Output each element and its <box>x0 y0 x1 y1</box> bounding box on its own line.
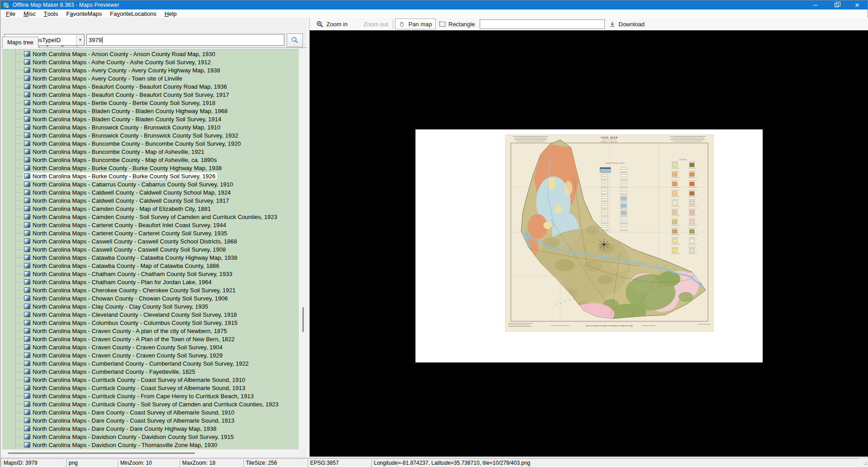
tree-item[interactable]: North Carolina Maps - Avery County - Tow… <box>2 74 299 82</box>
tree-item[interactable]: North Carolina Maps - Buncombe County - … <box>2 156 299 164</box>
tree-item[interactable]: North Carolina Maps - Buncombe County - … <box>2 139 299 148</box>
tree-item[interactable]: North Carolina Maps - Catawba County - M… <box>2 262 299 270</box>
map-thumbnail-icon <box>24 410 30 415</box>
tree-item[interactable]: North Carolina Maps - Davidson County - … <box>2 441 299 449</box>
tree-item[interactable]: North Carolina Maps - Catawba County - C… <box>2 253 299 262</box>
tree-item[interactable]: North Carolina Maps - Davidson County - … <box>2 433 299 441</box>
menu-favoritelocations[interactable]: FavoriteLocations <box>106 10 160 18</box>
download-range-input[interactable] <box>480 19 605 29</box>
tree-item-label: North Carolina Maps - Cabarrus County - … <box>33 181 233 188</box>
rectangle-button[interactable]: Rectangle <box>439 18 475 30</box>
tree-item[interactable]: North Carolina Maps - Caldwell County - … <box>2 196 299 205</box>
vertical-scroll-thumb[interactable] <box>302 307 304 332</box>
tree-item[interactable]: North Carolina Maps - Dare County - Dare… <box>2 424 299 433</box>
resize-grip[interactable] <box>861 458 868 467</box>
map-thumbnail-icon <box>24 426 30 431</box>
tree-item[interactable]: North Carolina Maps - Columbus County - … <box>2 319 299 327</box>
menu-file[interactable]: File <box>2 10 19 18</box>
tree-item[interactable]: North Carolina Maps - Chowan County - Ch… <box>2 294 299 302</box>
tree-item[interactable]: North Carolina Maps - Buncombe County - … <box>2 148 299 156</box>
tree-item-body: North Carolina Maps - Currituck County -… <box>23 400 280 408</box>
zoom-in-button[interactable]: Zoom in <box>316 18 348 30</box>
tree-item[interactable]: North Carolina Maps - Carteret County - … <box>2 229 299 237</box>
tree-item-label: North Carolina Maps - Avery County - Tow… <box>33 75 182 82</box>
menu-misc[interactable]: Misc <box>19 10 40 18</box>
menu-help[interactable]: Help <box>160 10 181 18</box>
tree-item[interactable]: North Carolina Maps - Caldwell County - … <box>2 188 299 196</box>
tree-item[interactable]: North Carolina Maps - Ashe County - Ashe… <box>2 58 299 66</box>
tree-vertical-scrollbar[interactable] <box>299 49 307 449</box>
tree-item-label: North Carolina Maps - Brunswick County -… <box>33 124 220 131</box>
map-thumbnail-icon <box>24 295 30 301</box>
tree-item[interactable]: North Carolina Maps - Currituck County -… <box>2 376 299 384</box>
status-panel-text: png <box>69 460 78 466</box>
tree-item-label: North Carolina Maps - Bertie County - Be… <box>33 100 215 106</box>
chevron-down-icon[interactable]: ▼ <box>76 34 84 45</box>
tree-item[interactable]: North Carolina Maps - Craven County - A … <box>2 327 299 335</box>
close-button[interactable]: ✕ <box>847 0 868 10</box>
download-icon <box>609 21 616 28</box>
tree-item[interactable]: North Carolina Maps - Cleveland County -… <box>2 310 299 319</box>
tree-item[interactable]: North Carolina Maps - Currituck County -… <box>2 392 299 400</box>
zoom-out-button[interactable]: Zoom out <box>363 18 388 30</box>
tree-item[interactable]: North Carolina Maps - Bladen County - Bl… <box>2 115 299 123</box>
pan-map-button[interactable]: Pan map <box>395 19 436 29</box>
menu-favoritemaps[interactable]: FavoriteMaps <box>62 10 106 18</box>
map-thumbnail-icon <box>24 304 30 309</box>
tree-item[interactable]: North Carolina Maps - Camden County - So… <box>2 213 299 221</box>
tree-item[interactable]: North Carolina Maps - Brunswick County -… <box>2 123 299 131</box>
status-panel: MinZoom: 10 <box>118 458 179 467</box>
tree-item[interactable]: North Carolina Maps - Cherokee County - … <box>2 286 299 294</box>
tree-item[interactable]: North Carolina Maps - Currituck County -… <box>2 384 299 392</box>
tree-item[interactable]: North Carolina Maps - Burke County - Bur… <box>2 164 299 172</box>
tree-item[interactable]: North Carolina Maps - Dare County - Coas… <box>2 416 299 424</box>
tree-item-body: North Carolina Maps - Davidson County - … <box>23 441 219 448</box>
tree-item[interactable]: North Carolina Maps - Bertie County - Be… <box>2 99 299 107</box>
tree-item[interactable]: North Carolina Maps - Burke County - Bur… <box>2 172 299 180</box>
tree-item-body: North Carolina Maps - Cherokee County - … <box>23 286 237 294</box>
tree-item[interactable]: North Carolina Maps - Beaufort County - … <box>2 91 299 99</box>
status-panel: Longitude=-81.874237, Latitude=35.738710… <box>371 458 860 467</box>
tree-item[interactable]: North Carolina Maps - Dare County - Coas… <box>2 408 299 416</box>
tree-item[interactable]: North Carolina Maps - Craven County - Cr… <box>2 343 299 351</box>
restore-button[interactable] <box>826 0 847 10</box>
tree-item-body: North Carolina Maps - Davidson County - … <box>23 433 236 440</box>
tree-item[interactable]: North Carolina Maps - Caswell County - C… <box>2 237 299 245</box>
tree-item-body: North Carolina Maps - Cleveland County -… <box>23 311 239 318</box>
menu-tools[interactable]: Tools <box>40 10 62 18</box>
tree-item[interactable]: North Carolina Maps - Cumberland County … <box>2 367 299 376</box>
search-button[interactable] <box>287 33 303 47</box>
rectangle-select-icon <box>439 21 446 27</box>
tree-item[interactable]: North Carolina Maps - Camden County - Ma… <box>2 205 299 213</box>
tree-item[interactable]: North Carolina Maps - Bladen County - Bl… <box>2 107 299 115</box>
tree-item[interactable]: North Carolina Maps - Chatham County - P… <box>2 278 299 286</box>
horizontal-scroll-thumb[interactable] <box>8 453 195 454</box>
search-input[interactable]: 3979 <box>86 34 284 46</box>
tree-item[interactable]: North Carolina Maps - Avery County - Ave… <box>2 66 299 74</box>
tree-item[interactable]: North Carolina Maps - Brunswick County -… <box>2 131 299 139</box>
tab-maps-tree[interactable]: Maps tree <box>2 37 38 48</box>
minimize-button[interactable] <box>805 0 826 10</box>
download-button[interactable]: Download <box>609 18 645 30</box>
tree-item-body: North Carolina Maps - Chatham County - P… <box>23 278 213 286</box>
tree-item[interactable]: North Carolina Maps - Beaufort County - … <box>2 82 299 91</box>
tree-item-body: North Carolina Maps - Caswell County - C… <box>23 246 228 253</box>
tree-item[interactable]: North Carolina Maps - Anson County - Ans… <box>2 50 299 58</box>
tree-item-label: North Carolina Maps - Cleveland County -… <box>33 311 237 318</box>
tree-item-label: North Carolina Maps - Craven County - A … <box>33 328 227 334</box>
tree-item-body: North Carolina Maps - Avery County - Ave… <box>23 67 222 74</box>
tree-item[interactable]: North Carolina Maps - Cumberland County … <box>2 359 299 367</box>
tree-item[interactable]: North Carolina Maps - Craven County - A … <box>2 335 299 343</box>
tree-item-label: North Carolina Maps - Craven County - A … <box>33 336 235 343</box>
tree-item[interactable]: North Carolina Maps - Chatham County - C… <box>2 270 299 278</box>
tree-item[interactable]: North Carolina Maps - Carteret County - … <box>2 221 299 229</box>
tree-item[interactable]: North Carolina Maps - Cabarrus County - … <box>2 180 299 188</box>
tree-horizontal-scrollbar[interactable] <box>2 449 299 457</box>
tree-item[interactable]: North Carolina Maps - Clay County - Clay… <box>2 302 299 310</box>
tree-item-label: North Carolina Maps - Currituck County -… <box>33 376 245 383</box>
tree-item[interactable]: North Carolina Maps - Currituck County -… <box>2 400 299 408</box>
tree-item[interactable]: North Carolina Maps - Craven County - Cr… <box>2 351 299 359</box>
map-viewer[interactable]: SOIL MAP NORTH CAROLINA <box>310 30 868 457</box>
tree-item[interactable]: North Carolina Maps - Caswell County - C… <box>2 245 299 253</box>
tree-item-label: North Carolina Maps - Cumberland County … <box>33 360 249 367</box>
